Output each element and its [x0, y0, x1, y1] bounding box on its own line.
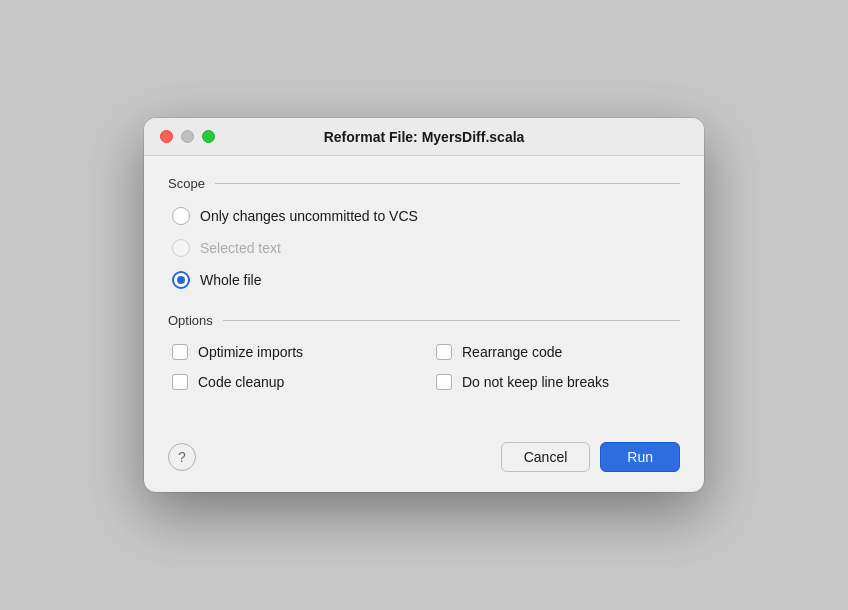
radio-vcs-circle: [172, 207, 190, 225]
radio-whole-file[interactable]: Whole file: [172, 271, 680, 289]
help-button[interactable]: ?: [168, 443, 196, 471]
options-divider: [223, 320, 680, 321]
footer-buttons: Cancel Run: [501, 442, 680, 472]
scope-radio-group: Only changes uncommitted to VCS Selected…: [168, 207, 680, 289]
close-button[interactable]: [160, 130, 173, 143]
radio-selected-text: Selected text: [172, 239, 680, 257]
cancel-button[interactable]: Cancel: [501, 442, 591, 472]
radio-vcs[interactable]: Only changes uncommitted to VCS: [172, 207, 680, 225]
radio-whole-circle: [172, 271, 190, 289]
titlebar: Reformat File: MyersDiff.scala: [144, 118, 704, 156]
checkbox-rearrange[interactable]: Rearrange code: [436, 344, 680, 360]
dialog-title: Reformat File: MyersDiff.scala: [324, 129, 525, 145]
dialog-body: Scope Only changes uncommitted to VCS Se…: [144, 156, 704, 442]
checkbox-linebreaks-label: Do not keep line breaks: [462, 374, 609, 390]
dialog-footer: ? Cancel Run: [144, 442, 704, 492]
checkbox-cleanup[interactable]: Code cleanup: [172, 374, 416, 390]
reformat-dialog: Reformat File: MyersDiff.scala Scope Onl…: [144, 118, 704, 492]
radio-vcs-label: Only changes uncommitted to VCS: [200, 208, 418, 224]
checkbox-linebreaks[interactable]: Do not keep line breaks: [436, 374, 680, 390]
checkbox-rearrange-label: Rearrange code: [462, 344, 562, 360]
radio-selected-label: Selected text: [200, 240, 281, 256]
scope-divider: [215, 183, 680, 184]
checkbox-optimize[interactable]: Optimize imports: [172, 344, 416, 360]
checkbox-linebreaks-box: [436, 374, 452, 390]
checkbox-optimize-label: Optimize imports: [198, 344, 303, 360]
options-checkbox-grid: Optimize imports Rearrange code Code cle…: [168, 344, 680, 390]
options-label: Options: [168, 313, 213, 328]
radio-selected-circle: [172, 239, 190, 257]
run-button[interactable]: Run: [600, 442, 680, 472]
traffic-lights: [160, 130, 215, 143]
minimize-button[interactable]: [181, 130, 194, 143]
scope-label: Scope: [168, 176, 205, 191]
checkbox-optimize-box: [172, 344, 188, 360]
maximize-button[interactable]: [202, 130, 215, 143]
radio-whole-label: Whole file: [200, 272, 261, 288]
checkbox-cleanup-box: [172, 374, 188, 390]
scope-section-header: Scope: [168, 176, 680, 191]
checkbox-rearrange-box: [436, 344, 452, 360]
checkbox-cleanup-label: Code cleanup: [198, 374, 284, 390]
options-section-header: Options: [168, 313, 680, 328]
